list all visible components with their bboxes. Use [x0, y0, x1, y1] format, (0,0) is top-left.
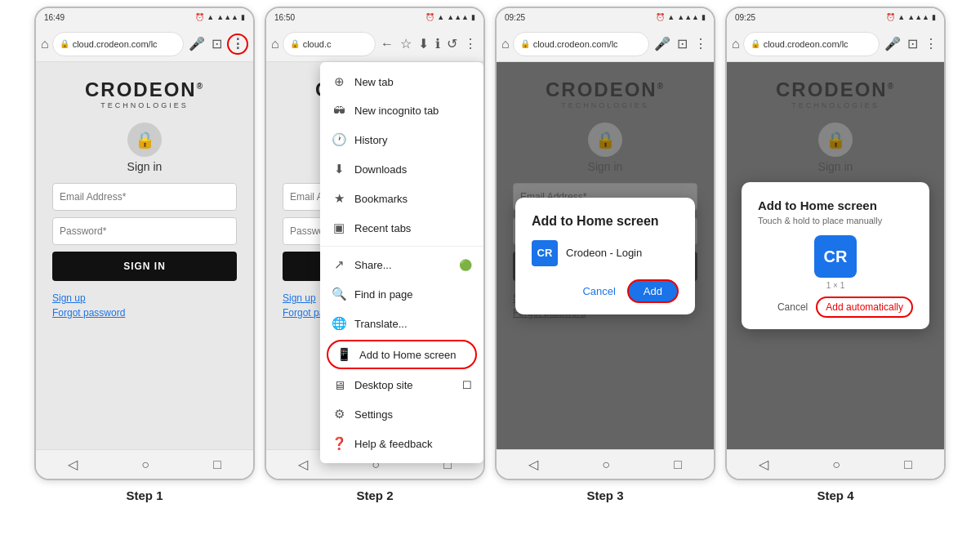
- address-pill[interactable]: 🔒 cloud.crodeon.com/lc: [513, 32, 649, 56]
- status-bar: 16:49 ⏰ ▲ ▲▲▲ ▮: [36, 8, 253, 26]
- step-4-wrapper: 09:25 ⏰ ▲ ▲▲▲ ▮ ⌂ 🔒 cloud.crodeon.com/lc…: [725, 7, 946, 502]
- mic-icon[interactable]: 🎤: [653, 34, 672, 53]
- phone-3: 09:25 ⏰ ▲ ▲▲▲ ▮ ⌂ 🔒 cloud.crodeon.com/lc…: [495, 7, 715, 480]
- menu-item-label-11: Settings: [354, 408, 393, 421]
- menu-item-label-0: New tab: [354, 76, 394, 88]
- menu-item-7[interactable]: 🔍 Find in page: [320, 279, 483, 309]
- address-text: cloud.crodeon.com/lc: [533, 39, 618, 49]
- status-time: 09:25: [735, 13, 755, 22]
- mic-icon[interactable]: 🎤: [883, 34, 902, 53]
- alarm-icon: ⏰: [425, 13, 434, 21]
- sign-up-link[interactable]: Sign up: [52, 292, 86, 304]
- address-text: cloud.crodeon.com/lc: [73, 39, 158, 49]
- alarm-icon: ⏰: [656, 13, 665, 21]
- back-nav-button[interactable]: ◁: [298, 457, 308, 472]
- status-icons: ⏰ ▲ ▲▲▲ ▮: [886, 13, 936, 21]
- three-dots-button[interactable]: ⋮: [227, 33, 248, 55]
- address-pill[interactable]: 🔒 cloud.crodeon.com/lc: [743, 32, 880, 56]
- lock-icon: 🔒: [751, 39, 760, 48]
- home-icon[interactable]: ⌂: [501, 37, 510, 51]
- info-icon[interactable]: ℹ: [434, 34, 442, 53]
- address-text: cloud.c: [303, 39, 332, 49]
- menu-item-1[interactable]: 🕶 New incognito tab: [320, 96, 483, 125]
- recents-nav-button[interactable]: □: [674, 457, 682, 472]
- menu-item-icon-7: 🔍: [332, 287, 346, 301]
- status-time: 16:49: [44, 13, 65, 22]
- three-dots-icon[interactable]: ⋮: [462, 34, 479, 53]
- back-nav-button[interactable]: ◁: [528, 457, 538, 472]
- sign-in-label: Sign in: [127, 160, 163, 173]
- three-dots-button[interactable]: ⋮: [923, 34, 939, 53]
- menu-item-9[interactable]: 📱 Add to Home screen: [327, 340, 477, 369]
- dialog-app-name: Crodeon - Login: [566, 247, 642, 259]
- home-nav-button[interactable]: ○: [602, 457, 610, 472]
- menu-item-icon-5: ▣: [332, 221, 346, 235]
- menu-item-label-4: Bookmarks: [354, 193, 408, 205]
- password-input[interactable]: [52, 217, 237, 245]
- menu-item-6[interactable]: ↗ Share... 🟢: [320, 250, 483, 279]
- add-to-home-dialog-4: Add to Home screen Touch & hold to place…: [742, 182, 929, 329]
- dialog4-title: Add to Home screen: [758, 198, 913, 212]
- three-dots-button[interactable]: ⋮: [693, 34, 709, 53]
- email-input[interactable]: [52, 183, 237, 211]
- sign-in-button[interactable]: SIGN IN: [52, 252, 237, 281]
- home-icon[interactable]: ⌂: [41, 37, 49, 51]
- back-nav-button[interactable]: ◁: [759, 457, 768, 472]
- dialog4-add-auto-button[interactable]: Add automatically: [816, 297, 913, 318]
- star-icon[interactable]: ☆: [399, 34, 413, 53]
- home-icon[interactable]: ⌂: [732, 37, 740, 51]
- refresh-icon[interactable]: ↺: [445, 34, 459, 53]
- page-content: CRODEON® TECHNOLOGIES 🔒 Sign in SIGN IN …: [727, 62, 944, 449]
- address-pill[interactable]: 🔒 cloud.crodeon.com/lc: [52, 32, 184, 56]
- mic-icon[interactable]: 🎤: [187, 34, 207, 53]
- dialog-row: CR Crodeon - Login: [532, 240, 679, 266]
- menu-item-8[interactable]: 🌐 Translate...: [320, 309, 483, 338]
- recents-nav-button[interactable]: □: [904, 457, 912, 472]
- battery-icon: ▮: [932, 13, 936, 21]
- menu-item-10[interactable]: 🖥 Desktop site ☐: [320, 371, 483, 399]
- sign-up-link[interactable]: Sign up: [283, 292, 316, 304]
- dialog4-cancel-button[interactable]: Cancel: [777, 301, 808, 313]
- menu-item-label-12: Help & feedback: [354, 438, 432, 450]
- home-nav-button[interactable]: ○: [141, 457, 149, 472]
- status-time: 09:25: [505, 13, 525, 22]
- dialog-add-button[interactable]: Add: [627, 279, 679, 303]
- menu-item-11[interactable]: ⚙ Settings: [320, 399, 483, 429]
- menu-item-5[interactable]: ▣ Recent tabs: [320, 213, 483, 243]
- address-bar: ⌂ 🔒 cloud.c ← ☆ ⬇ ℹ ↺ ⋮: [266, 26, 483, 62]
- menu-item-label-5: Recent tabs: [354, 222, 411, 234]
- menu-item-icon-1: 🕶: [332, 104, 346, 118]
- alarm-icon: ⏰: [195, 13, 204, 21]
- dialog-cancel-button[interactable]: Cancel: [582, 279, 615, 303]
- address-pill[interactable]: 🔒 cloud.c: [283, 32, 376, 56]
- dialog4-icon-row: CR 1 × 1: [758, 235, 913, 290]
- menu-divider: [320, 246, 483, 247]
- add-to-home-dialog: Add to Home screen CR Crodeon - Login Ca…: [515, 198, 695, 314]
- home-nav-button[interactable]: ○: [832, 457, 840, 472]
- menu-item-4[interactable]: ★ Bookmarks: [320, 184, 483, 213]
- menu-item-icon-4: ★: [332, 191, 346, 206]
- dialog-overlay: Add to Home screen CR Crodeon - Login Ca…: [497, 62, 714, 449]
- phone-2: 16:50 ⏰ ▲ ▲▲▲ ▮ ⌂ 🔒 cloud.c ← ☆ ⬇ ℹ ↺ ⋮ …: [265, 7, 485, 480]
- menu-item-icon-2: 🕐: [332, 132, 346, 147]
- download-icon[interactable]: ⬇: [416, 34, 430, 53]
- wifi-icon: ▲: [207, 13, 214, 21]
- icon-size-label: 1 × 1: [826, 281, 845, 290]
- back-icon[interactable]: ←: [379, 35, 395, 53]
- menu-item-12[interactable]: ❓ Help & feedback: [320, 429, 483, 458]
- recents-nav-button[interactable]: □: [213, 457, 221, 472]
- tab-icon[interactable]: ⊡: [906, 34, 920, 53]
- menu-item-3[interactable]: ⬇ Downloads: [320, 154, 483, 184]
- tab-icon[interactable]: ⊡: [675, 34, 689, 53]
- steps-container: 16:49 ⏰ ▲ ▲▲▲ ▮ ⌂ 🔒 cloud.crodeon.com/lc…: [0, 0, 980, 502]
- address-bar: ⌂ 🔒 cloud.crodeon.com/lc 🎤 ⊡ ⋮: [497, 26, 714, 62]
- home-icon[interactable]: ⌂: [271, 37, 279, 51]
- menu-item-label-2: History: [354, 134, 387, 146]
- menu-item-0[interactable]: ⊕ New tab: [320, 67, 483, 96]
- back-nav-button[interactable]: ◁: [68, 457, 78, 472]
- menu-item-2[interactable]: 🕐 History: [320, 125, 483, 154]
- wifi-icon: ▲: [667, 13, 675, 21]
- forgot-password-link[interactable]: Forgot password: [52, 307, 125, 319]
- tab-icon[interactable]: ⊡: [210, 34, 224, 53]
- signal-icon: ▲▲▲: [677, 13, 699, 21]
